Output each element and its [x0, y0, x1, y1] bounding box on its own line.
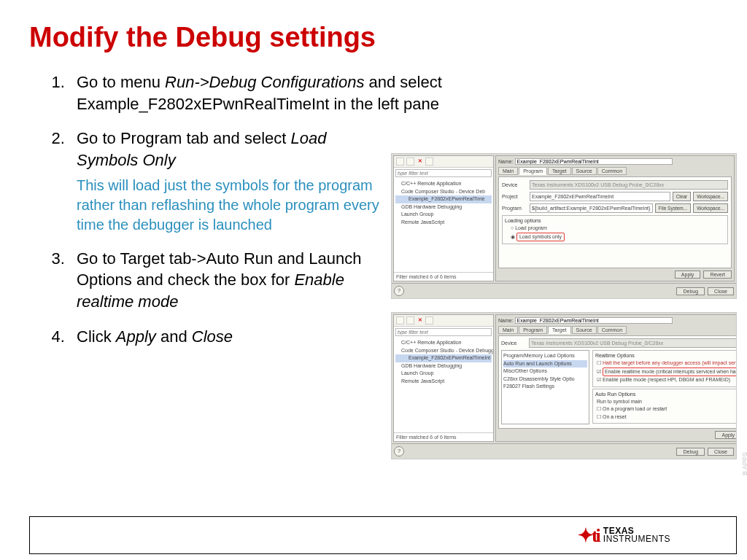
config-tree[interactable]: C/C++ Remote Application Code Composer S…: [394, 179, 493, 272]
chk-enable-realtime[interactable]: ☑ Enable realtime mode (critical interru…: [595, 368, 736, 377]
copy-icon[interactable]: [406, 316, 414, 324]
name-input-2[interactable]: [515, 317, 673, 324]
program-field[interactable]: ${build_artifact:Example_F2802xEPwmRealT…: [530, 203, 653, 213]
step4-text-a: Click: [77, 327, 116, 346]
target-tab-content: Device Texas Instruments XDS100v2 USB De…: [498, 335, 736, 429]
name-label: Name:: [498, 318, 514, 323]
tree-example-config[interactable]: Example_F2802xEPwmRealTime: [395, 195, 492, 203]
tab-main[interactable]: Main: [498, 167, 518, 175]
config-tree-pane: ✕ C/C++ Remote Application Code Composer…: [393, 155, 494, 281]
revert-button[interactable]: Revert: [703, 271, 732, 279]
step1-text-a: Go to menu: [77, 73, 165, 91]
run-to-symbol-input[interactable]: main: [631, 398, 675, 405]
chk-on-reset[interactable]: ☐ On a reset: [595, 413, 736, 421]
tree-launch-group[interactable]: Launch Group: [395, 211, 492, 219]
chk-on-load[interactable]: ☐ On a program load or restart: [595, 405, 736, 413]
step4-apply: Apply: [116, 327, 156, 346]
screenshot-target-tab: ✕ C/C++ Remote Application Code Composer…: [391, 312, 737, 459]
tab-source[interactable]: Source: [572, 326, 597, 334]
opt-misc[interactable]: Misc/Other Options: [503, 368, 587, 376]
tree-ccs[interactable]: Code Composer Studio - Device Deb: [395, 188, 492, 196]
chk-halt-target[interactable]: ☐ Halt the target before any debugger ac…: [595, 359, 736, 368]
workspace-button-2[interactable]: Workspace...: [693, 203, 728, 213]
step4-close: Close: [192, 327, 233, 346]
filter-input[interactable]: [395, 169, 492, 177]
step4-text-c: and: [156, 327, 192, 346]
slide-title: Modify the Debug settings: [29, 22, 718, 53]
ti-mark-icon: ✦ti: [578, 524, 599, 547]
opt-flash[interactable]: F28027 Flash Settings: [503, 383, 587, 391]
delete-icon[interactable]: ✕: [417, 158, 423, 164]
filter-status: Filter matched 6 of 6 items: [394, 272, 493, 281]
clear-button[interactable]: Clear: [673, 192, 692, 201]
tree-example-config[interactable]: Example_F2802xEPwmRealTimeInt: [395, 354, 492, 362]
step2-note: This will load just the symbols for the …: [77, 176, 390, 235]
filter-icon[interactable]: [425, 316, 433, 324]
tab-target[interactable]: Target: [548, 326, 570, 334]
debug-button-2[interactable]: Debug: [676, 448, 705, 456]
realtime-options-group: Realtime Options ☐ Halt the target befor…: [592, 350, 736, 387]
filter-icon[interactable]: [425, 158, 433, 166]
new-icon[interactable]: [396, 158, 404, 166]
tree-cpp-remote[interactable]: C/C++ Remote Application: [395, 339, 492, 347]
device-label: Device: [502, 182, 527, 187]
screenshot-program-tab: ✕ C/C++ Remote Application Code Composer…: [391, 153, 737, 299]
target-options-tree[interactable]: Program/Memory Load Options Auto Run and…: [501, 350, 589, 424]
project-label: Project: [502, 194, 527, 199]
step1-menu-path: Run->Debug Configurations: [165, 73, 364, 91]
filter-input-2[interactable]: [395, 328, 492, 336]
device-field-2[interactable]: Texas Instruments XDS100v2 USB Debug Pro…: [529, 338, 736, 348]
close-button-2[interactable]: Close: [708, 448, 734, 456]
tab-common[interactable]: Common: [597, 167, 627, 175]
config-tree-2[interactable]: C/C++ Remote Application Code Composer S…: [394, 338, 493, 432]
apply-button[interactable]: Apply: [675, 271, 701, 279]
tree-launch-group[interactable]: Launch Group: [395, 370, 492, 378]
tab-common[interactable]: Common: [597, 326, 627, 334]
config-tabs-2: Main Program Target Source Common: [498, 326, 736, 334]
config-detail-pane-2: Name: Main Program Target Source Common …: [495, 314, 736, 442]
tree-gdb[interactable]: GDB Hardware Debugging: [395, 203, 492, 211]
device-field[interactable]: Texas Instruments XDS100v2 USB Debug Pro…: [530, 180, 728, 190]
chk-enable-polite[interactable]: ☑ Enable polite mode (respect HPI, DBGM …: [595, 376, 736, 384]
workspace-button[interactable]: Workspace...: [693, 192, 728, 201]
opt-disasm[interactable]: C28xx Disassembly Style Optio: [503, 376, 587, 384]
name-input[interactable]: [515, 158, 673, 165]
tree-ccs[interactable]: Code Composer Studio - Device Debuggi: [395, 347, 492, 355]
tree-gdb[interactable]: GDB Hardware Debugging: [395, 362, 492, 370]
tree-remote-js[interactable]: Remote JavaScript: [395, 219, 492, 227]
filesystem-button[interactable]: File System...: [655, 203, 691, 213]
loading-options-group: Loading options ○ Load program ◉ Load sy…: [502, 215, 728, 244]
debug-button[interactable]: Debug: [676, 287, 705, 295]
new-icon[interactable]: [396, 316, 404, 324]
watermark: B APPS: [741, 452, 747, 475]
copy-icon[interactable]: [406, 158, 414, 166]
tab-main[interactable]: Main: [498, 326, 518, 334]
opt-autorun[interactable]: Auto Run and Launch Options: [503, 360, 587, 368]
realtime-title: Realtime Options: [595, 353, 736, 358]
footer-bar: ✦ti TEXAS INSTRUMENTS: [29, 516, 737, 554]
tab-program[interactable]: Program: [519, 167, 547, 175]
step2-text-a: Go to Program tab and select: [77, 129, 291, 147]
filter-status-2: Filter matched 6 of 6 items: [394, 432, 493, 441]
tree-cpp-remote[interactable]: C/C++ Remote Application: [395, 180, 492, 188]
tree-toolbar: ✕: [394, 156, 493, 168]
radio-load-program[interactable]: ○ Load program: [505, 225, 725, 233]
loading-label: Loading options: [505, 218, 725, 223]
help-icon-2[interactable]: ?: [394, 446, 404, 456]
brand-instruments: INSTRUMENTS: [603, 535, 670, 543]
program-tab-content: Device Texas Instruments XDS100v2 USB De…: [498, 176, 732, 268]
tab-source[interactable]: Source: [572, 167, 597, 175]
delete-icon[interactable]: ✕: [417, 316, 423, 323]
autorun-options-group: Auto Run Options Run to symbol main ☐ On…: [592, 389, 736, 424]
radio-load-symbols[interactable]: ◉ Load symbols only: [505, 233, 725, 242]
project-field[interactable]: Example_F2802xEPwmRealTimeInt: [530, 192, 670, 201]
tab-program[interactable]: Program: [519, 326, 547, 334]
help-icon[interactable]: ?: [394, 286, 404, 296]
apply-button-2[interactable]: Apply: [715, 431, 736, 439]
close-button[interactable]: Close: [708, 287, 734, 295]
device-label: Device: [501, 341, 527, 346]
tree-remote-js[interactable]: Remote JavaScript: [395, 378, 492, 386]
opt-memory[interactable]: Program/Memory Load Options: [503, 352, 587, 360]
config-detail-pane: Name: Main Program Target Source Common …: [495, 155, 735, 281]
tab-target[interactable]: Target: [548, 167, 570, 175]
